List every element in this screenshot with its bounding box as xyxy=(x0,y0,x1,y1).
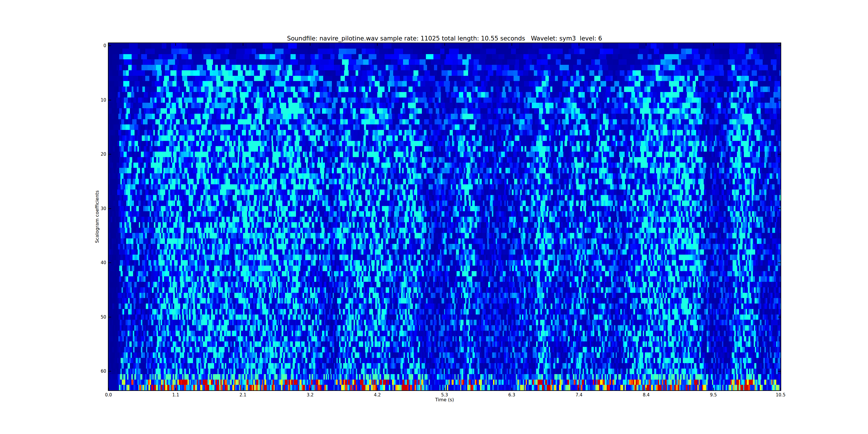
chart-title: Soundfile: navire_pilotine.wav sample ra… xyxy=(108,35,781,42)
x-tick xyxy=(175,43,176,46)
x-tick xyxy=(579,388,579,390)
x-tick xyxy=(444,388,445,390)
y-tick xyxy=(108,371,111,372)
y-tick-label: 20 xyxy=(83,151,106,157)
y-tick xyxy=(778,154,781,155)
y-tick xyxy=(778,45,781,46)
x-tick-label: 2.1 xyxy=(230,392,256,398)
x-tick xyxy=(713,43,714,46)
figure-root: Soundfile: navire_pilotine.wav sample ra… xyxy=(0,0,868,434)
x-tick-label: 0.0 xyxy=(95,392,122,398)
y-tick-label: 50 xyxy=(83,314,106,320)
y-tick-label: 40 xyxy=(83,259,106,266)
x-tick-label: 3.2 xyxy=(297,392,323,398)
y-tick-label: 0 xyxy=(83,42,106,49)
x-tick xyxy=(713,388,714,390)
x-tick-label: 10.5 xyxy=(768,392,794,398)
x-tick xyxy=(444,43,445,46)
x-tick xyxy=(243,43,243,46)
x-tick xyxy=(377,388,378,390)
y-tick xyxy=(108,100,111,100)
x-tick xyxy=(780,388,781,390)
y-tick xyxy=(778,100,781,100)
y-tick-label: 10 xyxy=(83,97,106,103)
y-axis-label: Scalogram coefficients xyxy=(94,190,100,243)
x-tick-label: 4.2 xyxy=(364,392,390,398)
x-tick-label: 6.3 xyxy=(499,392,525,398)
x-tick-label: 7.4 xyxy=(566,392,592,398)
x-tick-label: 5.3 xyxy=(432,392,458,398)
y-tick xyxy=(778,317,781,317)
x-tick xyxy=(108,388,109,390)
x-tick xyxy=(175,388,176,390)
x-tick xyxy=(646,43,646,46)
x-tick-label: 9.5 xyxy=(701,392,726,398)
y-tick xyxy=(108,208,111,209)
y-tick-label: 30 xyxy=(83,206,106,212)
y-tick xyxy=(778,208,781,209)
x-tick xyxy=(243,388,243,390)
x-tick xyxy=(310,388,310,390)
x-tick xyxy=(579,43,579,46)
x-tick-label: 1.1 xyxy=(163,392,189,398)
x-tick-label: 8.4 xyxy=(633,392,659,398)
y-tick xyxy=(108,262,111,263)
y-tick-label: 60 xyxy=(83,368,106,374)
y-tick xyxy=(108,317,111,317)
y-tick xyxy=(108,154,111,155)
x-tick xyxy=(512,43,512,46)
x-tick xyxy=(377,43,378,46)
plot-area xyxy=(108,42,781,391)
scalogram-heatmap xyxy=(108,43,781,390)
y-tick xyxy=(778,371,781,372)
y-tick xyxy=(778,262,781,263)
x-tick xyxy=(646,388,646,390)
y-tick xyxy=(108,45,111,46)
x-tick xyxy=(512,388,512,390)
x-tick xyxy=(310,43,310,46)
